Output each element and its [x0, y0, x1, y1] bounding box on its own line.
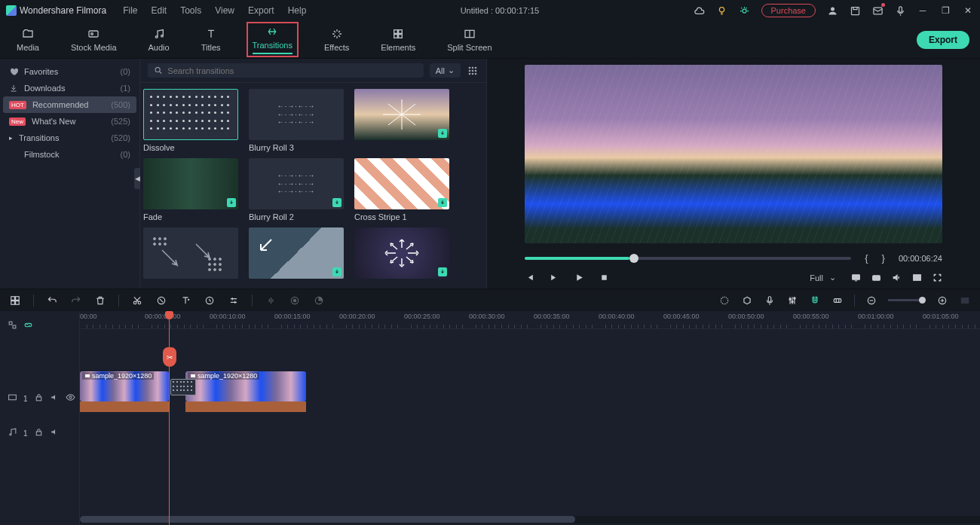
tab-titles[interactable]: Titles — [195, 24, 227, 55]
transition-dissolve[interactable]: Dissolve — [143, 89, 238, 152]
fullscreen-icon[interactable] — [933, 273, 942, 282]
audio-track[interactable] — [80, 415, 980, 433]
minimize-button[interactable]: ─ — [917, 5, 929, 16]
transition-blurry2[interactable]: ←·→·←·→←·→·←·→←·→·←·→Blurry Roll 2 — [249, 158, 344, 221]
grid-view-icon[interactable] — [467, 65, 479, 77]
lock-icon[interactable] — [34, 392, 44, 404]
menu-view[interactable]: View — [215, 5, 234, 16]
close-button[interactable]: ✕ — [962, 5, 974, 16]
mute-icon[interactable] — [50, 392, 60, 404]
horizontal-scrollbar[interactable] — [80, 516, 980, 523]
tab-media[interactable]: Media — [11, 24, 45, 55]
progress-knob[interactable] — [629, 254, 639, 263]
sidebar-item-what-s-new[interactable]: NewWhat's New(525) — [0, 113, 139, 130]
link-clips-icon[interactable] — [23, 320, 33, 332]
transition-fade[interactable]: Fade — [143, 158, 238, 221]
tab-elements[interactable]: Elements — [375, 24, 421, 55]
zoom-out-icon[interactable] — [865, 295, 877, 307]
keyframe-icon[interactable] — [289, 295, 301, 307]
marker-icon[interactable] — [741, 295, 753, 307]
tab-stock-media[interactable]: Stock Media — [65, 24, 123, 55]
track-options-icon[interactable] — [8, 320, 17, 332]
idea-icon[interactable] — [716, 5, 728, 17]
video-clip[interactable]: sample_1920×1280 — [185, 371, 306, 401]
tab-audio[interactable]: Audio — [142, 24, 176, 55]
message-icon[interactable] — [871, 5, 884, 17]
prev-frame-button[interactable] — [525, 273, 534, 282]
fit-icon[interactable] — [959, 295, 971, 307]
lock-icon[interactable] — [34, 427, 44, 439]
mark-out-button[interactable]: } — [882, 252, 885, 264]
record-mic-icon[interactable] — [764, 295, 776, 307]
visibility-icon[interactable] — [66, 392, 75, 404]
transition-zoom1[interactable] — [143, 227, 238, 282]
redo-icon[interactable] — [70, 295, 82, 307]
adjust-icon[interactable] — [228, 295, 240, 307]
snapshot-icon[interactable] — [871, 273, 881, 282]
menu-edit[interactable]: Edit — [152, 5, 167, 16]
export-button[interactable]: Export — [917, 31, 969, 49]
transition-on-clip[interactable] — [170, 379, 196, 395]
text-icon[interactable] — [179, 295, 191, 307]
play-button[interactable] — [574, 273, 584, 282]
sidebar-item-favorites[interactable]: Favorites(0) — [0, 63, 139, 80]
tab-split-screen[interactable]: Split Screen — [441, 24, 498, 55]
cloud-icon[interactable] — [694, 5, 706, 17]
transition-burst2[interactable] — [354, 227, 449, 282]
download-icon[interactable] — [438, 129, 447, 138]
mic-icon[interactable] — [894, 5, 906, 17]
audio-levels-icon[interactable] — [265, 295, 277, 307]
maximize-button[interactable]: ❐ — [939, 5, 951, 16]
crop-icon[interactable] — [155, 295, 167, 307]
search-input[interactable] — [167, 66, 417, 75]
next-frame-button[interactable] — [550, 273, 559, 282]
menu-tools[interactable]: Tools — [180, 5, 201, 16]
purchase-button[interactable]: Purchase — [761, 4, 816, 17]
mixer-icon[interactable] — [786, 295, 798, 307]
pip-icon[interactable] — [912, 273, 922, 282]
sidebar-item-recommended[interactable]: HOTRecommended(500) — [3, 96, 136, 113]
zoom-in-icon[interactable] — [936, 295, 948, 307]
account-icon[interactable] — [826, 5, 838, 17]
download-icon[interactable] — [332, 198, 341, 207]
transition-blurry3[interactable]: ←·→·←·→←·→·←·→←·→·←·→Blurry Roll 3 — [249, 89, 344, 152]
filter-dropdown[interactable]: All⌄ — [430, 63, 461, 78]
menu-file[interactable]: File — [123, 5, 137, 16]
tab-transitions[interactable]: Transitions — [247, 22, 299, 57]
search-box[interactable] — [148, 63, 424, 78]
tab-effects[interactable]: Effects — [318, 24, 355, 55]
layout-icon[interactable] — [9, 295, 21, 307]
color-icon[interactable] — [313, 295, 325, 307]
cut-icon[interactable] — [131, 295, 143, 307]
preview-viewport[interactable] — [525, 65, 942, 243]
sidebar-item-transitions[interactable]: ▸Transitions(520) — [0, 130, 139, 146]
collapse-sidebar-button[interactable]: ◀ — [134, 168, 140, 189]
progress-bar[interactable] — [525, 257, 851, 260]
sidebar-item-filmstock[interactable]: Filmstock(0) — [0, 146, 139, 163]
scrollbar-thumb[interactable] — [80, 516, 575, 523]
playhead[interactable] — [169, 311, 170, 525]
support-icon[interactable] — [739, 5, 751, 17]
time-ruler[interactable]: 00:0000:00:05:0000:00:10:0000:00:15:0000… — [80, 311, 980, 329]
color-wheel-icon[interactable] — [718, 295, 730, 307]
transition-burst1[interactable] — [354, 89, 449, 152]
undo-icon[interactable] — [46, 295, 58, 307]
menu-help[interactable]: Help — [288, 5, 307, 16]
magnet-icon[interactable] — [809, 295, 821, 307]
video-clip[interactable]: sample_1920×1280 — [80, 371, 169, 401]
speed-icon[interactable] — [204, 295, 216, 307]
volume-icon[interactable] — [892, 273, 902, 282]
mark-in-button[interactable]: { — [865, 252, 868, 264]
mute-icon[interactable] — [50, 427, 60, 439]
audio-clip[interactable] — [185, 401, 306, 412]
timeline-body[interactable]: 00:0000:00:05:0000:00:10:0000:00:15:0000… — [80, 311, 980, 525]
transition-diag[interactable] — [249, 227, 344, 282]
link-icon[interactable] — [831, 295, 844, 307]
download-icon[interactable] — [332, 267, 341, 276]
download-icon[interactable] — [438, 267, 447, 276]
menu-export[interactable]: Export — [248, 5, 274, 16]
transition-cross[interactable]: Cross Stripe 1 — [354, 158, 449, 221]
download-icon[interactable] — [227, 198, 236, 207]
split-playhead-icon[interactable] — [163, 347, 176, 367]
delete-icon[interactable] — [94, 295, 106, 307]
